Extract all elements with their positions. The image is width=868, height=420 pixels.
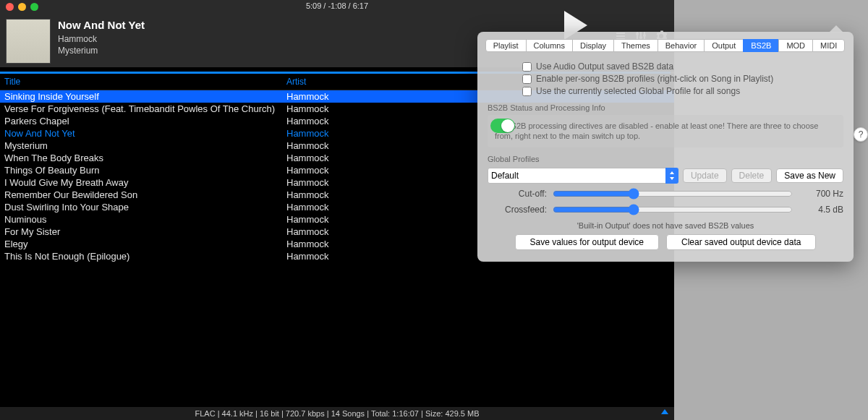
tab-behavior[interactable]: Behavior [658,39,705,52]
crossfeed-value: 4.5 dB [793,205,843,215]
row-title: Parkers Chapel [4,116,286,127]
row-title: For My Sister [4,226,286,237]
per-song-label: Enable per-song BS2B profiles (right-cli… [536,74,773,84]
save-as-new-button[interactable]: Save as New [776,168,843,183]
save-device-button[interactable]: Save values for output device [515,234,659,250]
delete-button[interactable]: Delete [731,168,773,183]
status-section-label: BS2B Status and Processing Info [488,103,843,112]
crossfeed-label: Crossfeed: [488,205,553,215]
cutoff-slider[interactable] [553,188,793,200]
row-title: Numinous [4,214,286,225]
bs2b-master-toggle[interactable] [490,119,515,133]
row-title: Mysterium [4,140,286,151]
row-title: When The Body Breaks [4,153,286,163]
row-title: Verse For Forgiveness (Feat. Timebandit … [4,103,286,114]
row-title: Remember Our Bewildered Son [4,189,286,200]
cutoff-value: 700 Hz [793,189,843,199]
status-text: FLAC | 44.1 kHz | 16 bit | 720.7 kbps | … [195,409,480,418]
row-title: I Would Give My Breath Away [4,177,286,188]
global-all-label: Use the currently selected Global Profil… [536,86,740,96]
zoom-window-icon[interactable] [30,3,38,11]
tab-playlist[interactable]: Playlist [485,39,527,52]
tab-mod[interactable]: MOD [778,39,813,52]
row-title: Elegy [4,239,286,249]
row-title: This Is Not Enough (Epilogue) [4,251,286,262]
crossfeed-slider[interactable] [553,204,793,215]
row-title: Sinking Inside Yourself [4,91,286,102]
tab-bs2b[interactable]: BS2B [743,39,779,52]
clear-device-button[interactable]: Clear saved output device data [666,234,816,250]
status-bar: FLAC | 44.1 kHz | 16 bit | 720.7 kbps | … [0,407,674,420]
per-song-checkbox[interactable] [522,74,532,84]
tab-columns[interactable]: Columns [526,39,573,52]
expand-icon[interactable] [661,409,668,414]
device-note: 'Built-in Output' does not have saved BS… [488,221,843,230]
tab-midi[interactable]: MIDI [812,39,845,52]
profile-select[interactable]: Default [488,168,678,184]
cutoff-label: Cut-off: [488,189,553,199]
update-button[interactable]: Update [683,168,727,183]
row-title: Dust Swirling Into Your Shape [4,202,286,213]
tab-output[interactable]: Output [704,39,744,52]
global-profiles-label: Global Profiles [488,155,843,163]
row-title: Now And Not Yet [4,128,286,139]
use-saved-label: Use Audio Output saved BS2B data [536,61,673,72]
use-saved-checkbox[interactable] [522,62,532,72]
tab-themes[interactable]: Themes [613,39,658,52]
prefs-tabs: PlaylistColumnsDisplayThemesBehaviorOutp… [485,39,846,52]
column-title[interactable]: Title [4,77,286,87]
chevron-updown-icon [665,168,678,184]
status-info: All BS2B processing directives are disab… [488,115,843,147]
preferences-panel: PlaylistColumnsDisplayThemesBehaviorOutp… [477,32,854,262]
minimize-window-icon[interactable] [18,3,26,11]
tab-display[interactable]: Display [572,39,614,52]
global-all-checkbox[interactable] [522,87,532,96]
close-window-icon[interactable] [6,3,14,11]
album-art[interactable] [6,19,51,64]
row-title: Things Of Beauty Burn [4,165,286,176]
help-button[interactable]: ? [854,127,868,142]
